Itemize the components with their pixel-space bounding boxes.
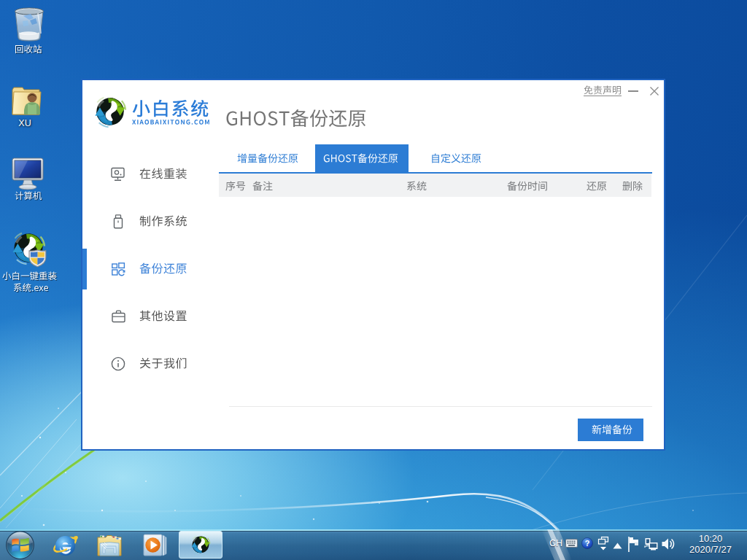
svg-text:?: ? <box>585 539 590 548</box>
